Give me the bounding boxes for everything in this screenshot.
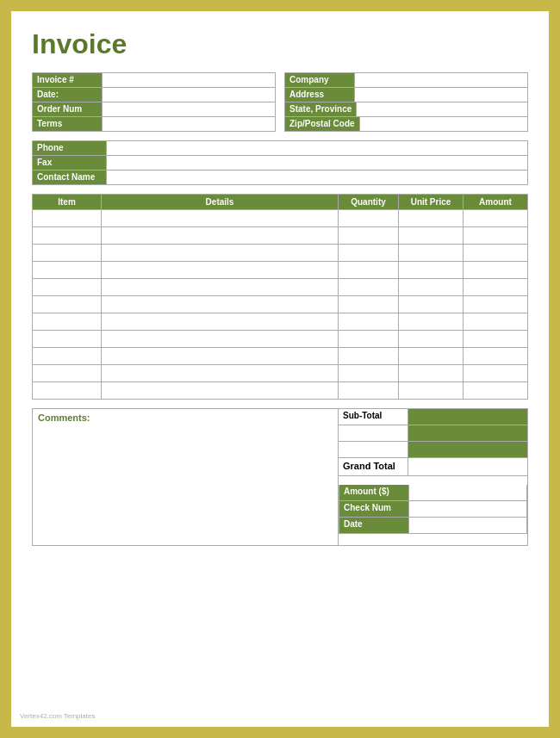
- qty-cell[interactable]: [339, 313, 399, 331]
- qty-cell[interactable]: [339, 296, 399, 313]
- field-label: State, Province: [285, 102, 356, 116]
- details-cell[interactable]: [102, 365, 339, 382]
- table-row: [33, 227, 528, 245]
- details-cell[interactable]: [102, 331, 339, 348]
- contact-row: Fax: [33, 156, 527, 171]
- contact-row: Phone: [33, 141, 527, 156]
- item-cell[interactable]: [33, 296, 102, 313]
- price-cell[interactable]: [399, 365, 464, 382]
- payment-amount-value[interactable]: [408, 485, 526, 500]
- payment-amount-row: Amount ($): [339, 485, 527, 501]
- table-row: [33, 262, 528, 279]
- qty-cell[interactable]: [339, 365, 399, 382]
- qty-cell[interactable]: [339, 210, 399, 227]
- item-cell[interactable]: [33, 262, 102, 279]
- item-cell[interactable]: [33, 245, 102, 262]
- field-value[interactable]: [102, 88, 275, 102]
- qty-cell[interactable]: [339, 245, 399, 262]
- amount-cell[interactable]: [464, 279, 528, 296]
- table-row: [33, 348, 528, 365]
- amount-cell[interactable]: [464, 262, 528, 279]
- subtotal-value[interactable]: [408, 409, 527, 425]
- details-cell[interactable]: [102, 245, 339, 262]
- contact-value[interactable]: [106, 141, 527, 155]
- item-cell[interactable]: [33, 279, 102, 296]
- qty-cell[interactable]: [339, 279, 399, 296]
- details-cell[interactable]: [102, 382, 339, 400]
- price-cell[interactable]: [399, 245, 464, 262]
- payment-checknum-label: Check Num: [339, 501, 408, 517]
- totals-area: Sub-Total Grand Total Amount ($): [339, 408, 528, 546]
- contact-value[interactable]: [106, 156, 527, 170]
- qty-cell[interactable]: [339, 262, 399, 279]
- qty-cell[interactable]: [339, 331, 399, 348]
- details-cell[interactable]: [102, 279, 339, 296]
- contact-label: Contact Name: [33, 171, 106, 184]
- table-row: [33, 313, 528, 331]
- price-cell[interactable]: [399, 348, 464, 365]
- payment-checknum-row: Check Num: [339, 501, 527, 518]
- item-cell[interactable]: [33, 227, 102, 245]
- field-value[interactable]: [354, 88, 527, 102]
- contact-value[interactable]: [106, 171, 527, 184]
- item-cell[interactable]: [33, 382, 102, 400]
- total-extra-value-1[interactable]: [408, 425, 527, 441]
- qty-cell[interactable]: [339, 348, 399, 365]
- amount-cell[interactable]: [464, 348, 528, 365]
- price-cell[interactable]: [399, 296, 464, 313]
- grand-total-value[interactable]: [408, 458, 527, 475]
- left-field-row: Invoice #: [33, 73, 275, 88]
- price-cell[interactable]: [399, 382, 464, 400]
- grand-total-row: Grand Total: [339, 458, 527, 476]
- item-cell[interactable]: [33, 348, 102, 365]
- details-cell[interactable]: [102, 348, 339, 365]
- amount-cell[interactable]: [464, 313, 528, 331]
- field-value[interactable]: [102, 117, 275, 131]
- price-cell[interactable]: [399, 262, 464, 279]
- watermark: Vertex42.com Templates: [20, 712, 95, 720]
- price-cell[interactable]: [399, 279, 464, 296]
- right-field-row: State, Province: [285, 102, 527, 117]
- field-value[interactable]: [102, 102, 275, 116]
- item-cell[interactable]: [33, 313, 102, 331]
- price-cell[interactable]: [399, 331, 464, 348]
- contact-label: Fax: [33, 156, 106, 170]
- col-quantity: Quantity: [339, 195, 399, 210]
- details-cell[interactable]: [102, 262, 339, 279]
- comments-area: Comments:: [32, 408, 339, 546]
- field-value[interactable]: [356, 102, 527, 116]
- field-value[interactable]: [359, 117, 527, 131]
- price-cell[interactable]: [399, 210, 464, 227]
- amount-cell[interactable]: [464, 382, 528, 400]
- details-cell[interactable]: [102, 210, 339, 227]
- qty-cell[interactable]: [339, 382, 399, 400]
- subtotal-label: Sub-Total: [339, 409, 408, 425]
- total-extra-value-2[interactable]: [408, 442, 527, 457]
- amount-cell[interactable]: [464, 296, 528, 313]
- amount-cell[interactable]: [464, 210, 528, 227]
- amount-cell[interactable]: [464, 331, 528, 348]
- items-table: Item Details Quantity Unit Price Amount: [32, 194, 528, 400]
- qty-cell[interactable]: [339, 227, 399, 245]
- contact-section: PhoneFaxContact Name: [32, 140, 528, 185]
- item-cell[interactable]: [33, 365, 102, 382]
- right-field-row: Address: [285, 88, 527, 102]
- contact-row: Contact Name: [33, 171, 527, 184]
- item-cell[interactable]: [33, 331, 102, 348]
- col-item: Item: [33, 195, 102, 210]
- details-cell[interactable]: [102, 296, 339, 313]
- price-cell[interactable]: [399, 313, 464, 331]
- total-extra-label-2: [339, 442, 408, 457]
- details-cell[interactable]: [102, 313, 339, 331]
- item-cell[interactable]: [33, 210, 102, 227]
- payment-checknum-value[interactable]: [408, 501, 526, 517]
- payment-date-value[interactable]: [408, 518, 526, 533]
- amount-cell[interactable]: [464, 365, 528, 382]
- details-cell[interactable]: [102, 227, 339, 245]
- amount-cell[interactable]: [464, 227, 528, 245]
- field-value[interactable]: [354, 73, 527, 87]
- amount-cell[interactable]: [464, 245, 528, 262]
- field-value[interactable]: [102, 73, 275, 87]
- price-cell[interactable]: [399, 227, 464, 245]
- table-row: [33, 382, 528, 400]
